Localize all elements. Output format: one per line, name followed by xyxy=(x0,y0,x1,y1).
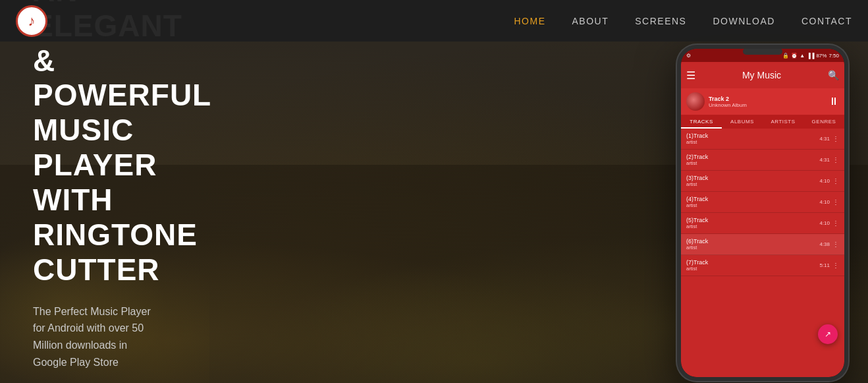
more-options-icon[interactable]: ⋮ xyxy=(832,198,839,206)
nav-link-contact[interactable]: CONTACT xyxy=(801,16,852,26)
nav-item-contact[interactable]: CONTACT xyxy=(801,15,852,27)
track-duration: 5:11 xyxy=(819,262,830,268)
track-name: (4)Track xyxy=(686,196,819,202)
nav-item-screens[interactable]: SCREENS xyxy=(635,15,686,27)
current-track-name: Track 2 xyxy=(709,96,825,102)
track-artist: artist xyxy=(686,160,819,166)
alarm-icon: ⏰ xyxy=(791,53,798,59)
app-logo[interactable]: ♪ xyxy=(16,5,47,37)
nav-link-download[interactable]: DOWNLOAD xyxy=(713,16,774,26)
track-row[interactable]: (6)Track artist 4:38 ⋮ xyxy=(681,234,844,255)
pause-button[interactable]: ⏸ xyxy=(828,96,839,107)
signal-icon: ▐▐ xyxy=(807,53,814,59)
track-artist: artist xyxy=(686,181,819,187)
phone-mockup: ⚙ 🔒 ⏰ ▲ ▐▐ 87% 7:50 ☰ My Music 🔍 xyxy=(677,45,848,381)
track-row[interactable]: (2)Track artist 4:31 ⋮ xyxy=(681,150,844,171)
track-duration: 4:10 xyxy=(819,178,830,184)
more-options-icon[interactable]: ⋮ xyxy=(832,177,839,185)
share-icon: ↗ xyxy=(825,330,831,339)
tabs-bar: TRACKS ALBUMS ARTISTS GENRES xyxy=(681,115,844,129)
time-label: 7:50 xyxy=(828,53,839,59)
share-fab-button[interactable]: ↗ xyxy=(818,324,838,344)
track-row-info: (1)Track artist xyxy=(686,133,819,145)
hero-title: AN ELEGANT & POWERFUL MUSIC PLAYER WITH … xyxy=(33,0,163,287)
nav-item-home[interactable]: HOME xyxy=(514,15,546,27)
track-row[interactable]: (3)Track artist 4:10 ⋮ xyxy=(681,171,844,192)
navbar: ♪ HOME ABOUT SCREENS DOWNLOAD CONTACT xyxy=(0,0,868,42)
track-row-info: (4)Track artist xyxy=(686,196,819,208)
more-options-icon[interactable]: ⋮ xyxy=(832,262,839,269)
track-duration: 4:10 xyxy=(819,220,830,226)
tab-genres[interactable]: GENRES xyxy=(803,115,844,129)
track-artist: artist xyxy=(686,245,819,250)
tab-albums[interactable]: ALBUMS xyxy=(722,115,763,129)
search-icon[interactable]: 🔍 xyxy=(828,70,839,80)
track-artist: artist xyxy=(686,139,819,145)
track-duration: 4:31 xyxy=(819,136,830,142)
phone-frame: ⚙ 🔒 ⏰ ▲ ▐▐ 87% 7:50 ☰ My Music 🔍 xyxy=(677,45,848,381)
nav-link-about[interactable]: ABOUT xyxy=(572,16,609,26)
track-artist: artist xyxy=(686,202,819,208)
status-left: ⚙ xyxy=(686,53,691,59)
battery-label: 87% xyxy=(816,53,827,59)
more-options-icon[interactable]: ⋮ xyxy=(832,156,839,163)
track-row[interactable]: (4)Track artist 4:10 ⋮ xyxy=(681,192,844,213)
app-bar: ☰ My Music 🔍 xyxy=(681,62,844,88)
lock-icon: 🔒 xyxy=(782,53,789,59)
more-options-icon[interactable]: ⋮ xyxy=(832,135,839,142)
hero-content: AN ELEGANT & POWERFUL MUSIC PLAYER WITH … xyxy=(0,0,196,383)
track-duration: 4:31 xyxy=(819,157,830,163)
track-info: Track 2 Unknown Album xyxy=(709,96,825,108)
more-options-icon[interactable]: ⋮ xyxy=(832,241,839,248)
track-row-info: (3)Track artist xyxy=(686,175,819,187)
now-playing-bar: Track 2 Unknown Album ⏸ xyxy=(681,88,844,115)
phone-notch xyxy=(743,48,782,55)
track-duration: 4:10 xyxy=(819,199,830,205)
status-right: 🔒 ⏰ ▲ ▐▐ 87% 7:50 xyxy=(782,53,839,59)
hero-section: AN ELEGANT & POWERFUL MUSIC PLAYER WITH … xyxy=(0,0,868,383)
wifi-icon: ▲ xyxy=(800,53,805,59)
settings-icon: ⚙ xyxy=(686,53,691,59)
nav-item-about[interactable]: ABOUT xyxy=(572,15,609,27)
track-duration: 4:38 xyxy=(819,241,830,247)
track-artist: artist xyxy=(686,223,819,229)
nav-link-home[interactable]: HOME xyxy=(514,16,546,26)
hero-subtitle: The Perfect Music Player for Android wit… xyxy=(33,303,163,370)
track-artist: artist xyxy=(686,266,819,272)
more-options-icon[interactable]: ⋮ xyxy=(832,220,839,227)
track-list: (1)Track artist 4:31 ⋮ (2)Track artist 4… xyxy=(681,129,844,377)
phone-screen: ⚙ 🔒 ⏰ ▲ ▐▐ 87% 7:50 ☰ My Music 🔍 xyxy=(681,49,844,377)
track-row-info: (2)Track artist xyxy=(686,154,819,166)
nav-link-screens[interactable]: SCREENS xyxy=(635,16,686,26)
app-bar-title: My Music xyxy=(742,70,781,80)
track-name: (5)Track xyxy=(686,217,819,223)
track-row[interactable]: (5)Track artist 4:10 ⋮ xyxy=(681,213,844,234)
nav-links: HOME ABOUT SCREENS DOWNLOAD CONTACT xyxy=(514,15,853,27)
track-row[interactable]: (7)Track artist 5:11 ⋮ xyxy=(681,255,844,276)
track-row[interactable]: (1)Track artist 4:31 ⋮ xyxy=(681,129,844,150)
tab-artists[interactable]: ARTISTS xyxy=(763,115,803,129)
album-thumbnail xyxy=(686,92,705,111)
music-note-icon: ♪ xyxy=(28,13,36,30)
track-name: (7)Track xyxy=(686,259,819,266)
hamburger-icon[interactable]: ☰ xyxy=(686,69,695,82)
track-name: (6)Track xyxy=(686,238,819,245)
current-track-album: Unknown Album xyxy=(709,102,825,108)
track-row-info: (5)Track artist xyxy=(686,217,819,229)
track-row-info: (7)Track artist xyxy=(686,259,819,272)
nav-item-download[interactable]: DOWNLOAD xyxy=(713,15,774,27)
track-name: (3)Track xyxy=(686,175,819,181)
track-row-info: (6)Track artist xyxy=(686,238,819,250)
track-name: (2)Track xyxy=(686,154,819,160)
track-name: (1)Track xyxy=(686,133,819,139)
tab-tracks[interactable]: TRACKS xyxy=(681,115,722,129)
